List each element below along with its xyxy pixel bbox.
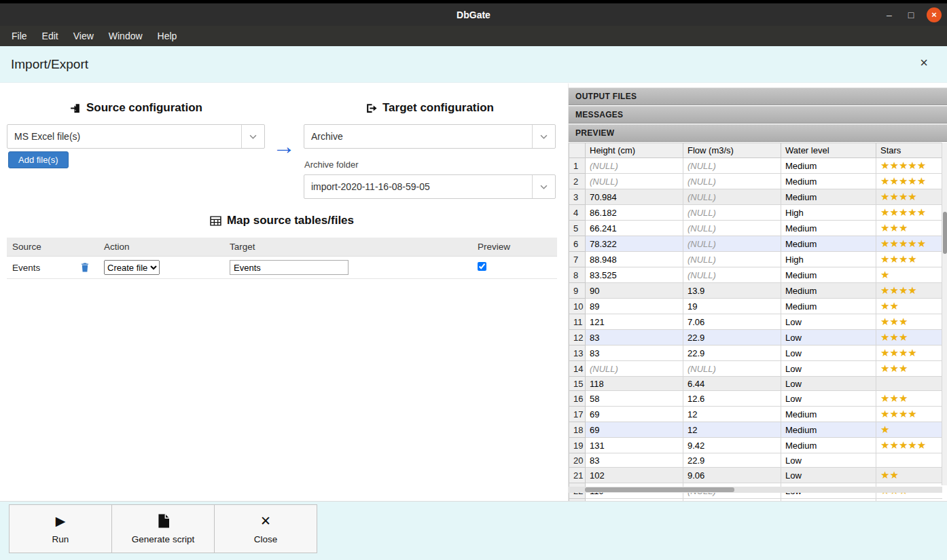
preview-col-stars[interactable]: Stars — [876, 143, 943, 158]
section-preview[interactable]: PREVIEW — [569, 124, 947, 142]
stars-cell[interactable]: ★ — [876, 422, 943, 438]
height-cell[interactable]: (NULL) — [586, 361, 683, 377]
row-number-cell[interactable]: 6 — [569, 236, 586, 252]
height-cell[interactable]: 78.322 — [586, 236, 683, 252]
stars-cell[interactable]: ★★★ — [876, 361, 943, 377]
stars-cell[interactable]: ★★★★ — [876, 283, 943, 299]
height-cell[interactable]: 83 — [586, 453, 683, 468]
row-number-cell[interactable]: 2 — [569, 174, 586, 189]
flow-cell[interactable]: 12 — [683, 407, 781, 422]
water-level-cell[interactable]: Medium — [781, 407, 876, 422]
row-number-cell[interactable]: 10 — [569, 299, 586, 314]
stars-cell[interactable]: ★★★★ — [876, 252, 943, 267]
flow-cell[interactable]: 22.9 — [683, 330, 781, 346]
flow-cell[interactable]: 9.42 — [683, 438, 781, 453]
flow-cell[interactable]: (NULL) — [683, 267, 781, 283]
horizontal-scrollbar[interactable] — [569, 487, 942, 493]
height-cell[interactable]: 90 — [586, 283, 683, 299]
row-number-cell[interactable]: 5 — [569, 221, 586, 236]
height-cell[interactable]: 70.984 — [586, 189, 683, 205]
row-number-cell[interactable]: 19 — [569, 438, 586, 453]
section-messages[interactable]: MESSAGES — [569, 106, 947, 124]
row-number-cell[interactable]: 20 — [569, 453, 586, 468]
run-button[interactable]: ▶ Run — [9, 504, 112, 553]
row-number-cell[interactable]: 21 — [569, 468, 586, 483]
stars-cell[interactable]: ★★★★★ — [876, 438, 943, 453]
row-number-cell[interactable]: 11 — [569, 314, 586, 330]
dialog-close-icon[interactable]: × — [920, 56, 928, 69]
menu-item-file[interactable]: File — [4, 28, 35, 44]
row-number-cell[interactable]: 17 — [569, 407, 586, 422]
action-select[interactable]: Create file — [104, 260, 160, 275]
stars-cell[interactable]: ★★★ — [876, 330, 943, 346]
water-level-cell[interactable]: Low — [781, 346, 876, 361]
height-cell[interactable]: 66.241 — [586, 221, 683, 236]
height-cell[interactable]: 58 — [586, 391, 683, 407]
water-level-cell[interactable]: Medium — [781, 422, 876, 438]
flow-cell[interactable]: 12.6 — [683, 391, 781, 407]
row-number-cell[interactable]: 14 — [569, 361, 586, 377]
preview-col-flow[interactable]: Flow (m3/s) — [683, 143, 781, 158]
generate-script-button[interactable]: Generate script — [111, 504, 215, 553]
flow-cell[interactable]: (NULL) — [683, 189, 781, 205]
menu-item-view[interactable]: View — [66, 28, 101, 44]
window-close-icon[interactable]: × — [927, 7, 942, 22]
water-level-cell[interactable]: Low — [781, 361, 876, 377]
stars-cell[interactable]: ★★★ — [876, 221, 943, 236]
menu-item-edit[interactable]: Edit — [35, 28, 66, 44]
maximize-icon[interactable]: □ — [905, 10, 917, 20]
stars-cell[interactable]: ★★★★★ — [876, 205, 943, 221]
stars-cell[interactable]: ★★★★★ — [876, 174, 943, 189]
minimize-icon[interactable]: – — [883, 10, 895, 20]
water-level-cell[interactable]: Medium — [781, 438, 876, 453]
stars-cell[interactable]: ★★★ — [876, 314, 943, 330]
water-level-cell[interactable]: High — [781, 252, 876, 267]
row-number-cell[interactable]: 9 — [569, 283, 586, 299]
target-name-input[interactable] — [230, 260, 349, 275]
water-level-cell[interactable]: Low — [781, 377, 876, 391]
menu-item-window[interactable]: Window — [101, 28, 150, 44]
trash-icon[interactable] — [81, 263, 89, 272]
stars-cell[interactable]: ★★★★★ — [876, 158, 943, 174]
flow-cell[interactable]: 9.06 — [683, 468, 781, 483]
height-cell[interactable]: (NULL) — [586, 174, 683, 189]
stars-cell[interactable]: ★★★★ — [876, 346, 943, 361]
height-cell[interactable]: 86.182 — [586, 205, 683, 221]
flow-cell[interactable]: (NULL) — [683, 236, 781, 252]
archive-folder-select[interactable]: import-2020-11-16-08-59-05 — [304, 174, 556, 199]
flow-cell[interactable]: (NULL) — [683, 221, 781, 236]
vertical-scrollbar[interactable] — [942, 143, 947, 485]
water-level-cell[interactable]: Medium — [781, 267, 876, 283]
height-cell[interactable]: 121 — [586, 314, 683, 330]
row-number-cell[interactable]: 12 — [569, 330, 586, 346]
stars-cell[interactable] — [876, 377, 943, 391]
height-cell[interactable]: 102 — [586, 468, 683, 483]
flow-cell[interactable]: 22.9 — [683, 346, 781, 361]
stars-cell[interactable]: ★★★★ — [876, 189, 943, 205]
water-level-cell[interactable]: Medium — [781, 174, 876, 189]
height-cell[interactable]: 88.948 — [586, 252, 683, 267]
row-number-cell[interactable]: 4 — [569, 205, 586, 221]
flow-cell[interactable]: (NULL) — [683, 158, 781, 174]
flow-cell[interactable]: 6.44 — [683, 377, 781, 391]
height-cell[interactable]: 83 — [586, 330, 683, 346]
height-cell[interactable]: 69 — [586, 407, 683, 422]
height-cell[interactable]: 83.525 — [586, 267, 683, 283]
menu-item-help[interactable]: Help — [150, 28, 185, 44]
water-level-cell[interactable]: Medium — [781, 236, 876, 252]
row-number-cell[interactable]: 16 — [569, 391, 586, 407]
water-level-cell[interactable]: Medium — [781, 299, 876, 314]
preview-checkbox[interactable] — [478, 262, 486, 271]
height-cell[interactable]: 89 — [586, 299, 683, 314]
row-number-cell[interactable]: 13 — [569, 346, 586, 361]
water-level-cell[interactable]: Medium — [781, 283, 876, 299]
preview-col-water-level[interactable]: Water level — [781, 143, 876, 158]
row-number-cell[interactable]: 3 — [569, 189, 586, 205]
water-level-cell[interactable]: Low — [781, 330, 876, 346]
flow-cell[interactable]: 13.9 — [683, 283, 781, 299]
flow-cell[interactable]: (NULL) — [683, 361, 781, 377]
water-level-cell[interactable]: Medium — [781, 221, 876, 236]
flow-cell[interactable]: 19 — [683, 299, 781, 314]
preview-col-height[interactable]: Height (cm) — [586, 143, 683, 158]
stars-cell[interactable]: ★★ — [876, 468, 943, 483]
